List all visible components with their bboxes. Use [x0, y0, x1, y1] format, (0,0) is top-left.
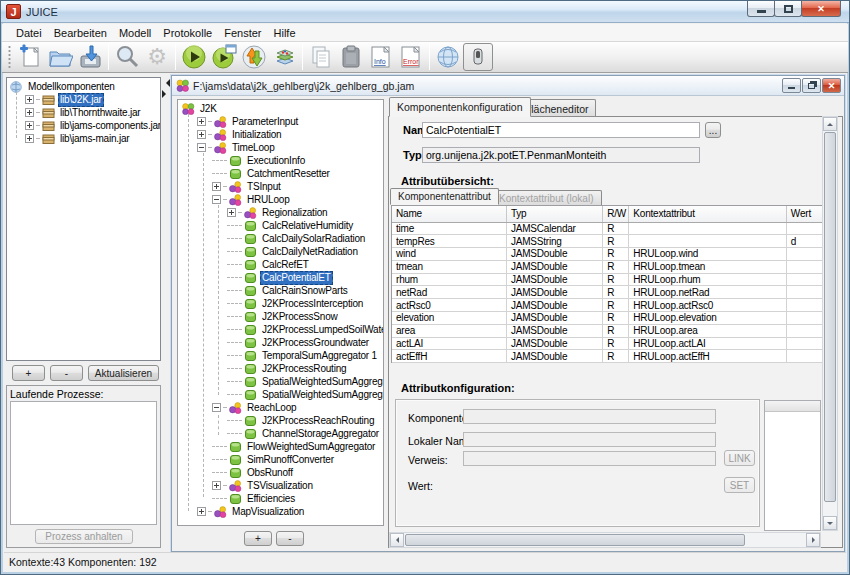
- name-more-button[interactable]: ...: [705, 122, 721, 138]
- table-cell[interactable]: JAMSDouble: [506, 299, 602, 312]
- table-cell[interactable]: [786, 222, 822, 235]
- table-cell[interactable]: tempRes: [392, 235, 506, 248]
- tree-item-j2kprocesslumpedsoilwater[interactable]: J2KProcessLumpedSoilWater: [182, 323, 383, 336]
- tree-item-lib-jams-components-jar[interactable]: lib\jams-components.jar: [10, 119, 160, 132]
- tree-item-j2kprocessgroundwater[interactable]: J2KProcessGroundwater: [182, 336, 383, 349]
- menu-modell[interactable]: Modell: [113, 26, 157, 40]
- error-log-button[interactable]: Error: [396, 43, 426, 71]
- tree-item-mapvisualization[interactable]: MapVisualization: [182, 505, 383, 518]
- tree-item-parameterinput[interactable]: ParameterInput: [182, 115, 383, 128]
- table-cell[interactable]: [786, 350, 822, 363]
- new-model-button[interactable]: [15, 43, 45, 71]
- table-row[interactable]: netRadJAMSDoubleRHRULoop.netRad: [392, 286, 823, 299]
- table-row[interactable]: tmeanJAMSDoubleRHRULoop.tmean: [392, 260, 823, 273]
- table-cell[interactable]: area: [392, 324, 506, 337]
- collapse-icon[interactable]: [197, 143, 206, 152]
- settings-button[interactable]: ⚙: [142, 43, 172, 71]
- expand-icon[interactable]: [25, 121, 34, 130]
- table-cell[interactable]: HRULoop.actEffH: [629, 350, 787, 363]
- table-row[interactable]: timeJAMSCalendarR: [392, 222, 823, 235]
- tab-kontextattribut[interactable]: Kontextattribut (lokal): [491, 190, 602, 205]
- table-cell[interactable]: R: [603, 286, 629, 299]
- table-cell[interactable]: HRULoop.actLAI: [629, 337, 787, 350]
- table-cell[interactable]: R: [603, 273, 629, 286]
- table-cell[interactable]: R: [603, 222, 629, 235]
- table-row[interactable]: rhumJAMSDoubleRHRULoop.rhum: [392, 273, 823, 286]
- run-model-button[interactable]: [179, 43, 209, 71]
- table-row[interactable]: elevationJAMSDoubleRHRULoop.elevation: [392, 312, 823, 325]
- horizontal-scroll-thumb[interactable]: [405, 534, 745, 546]
- tree-item-calcdailynetradiation[interactable]: CalcDailyNetRadiation: [182, 245, 383, 258]
- table-cell[interactable]: [786, 286, 822, 299]
- set-button[interactable]: SET: [724, 477, 755, 493]
- scroll-left-button[interactable]: [390, 533, 404, 547]
- scroll-up-button[interactable]: [823, 117, 837, 131]
- search-button[interactable]: [112, 43, 142, 71]
- expand-icon[interactable]: [197, 117, 206, 126]
- tree-item-calcpotentialet[interactable]: CalcPotentialET: [182, 271, 383, 284]
- paste-button[interactable]: [336, 43, 366, 71]
- table-cell[interactable]: HRULoop.area: [629, 324, 787, 337]
- close-button[interactable]: ✕: [801, 1, 841, 17]
- expand-icon[interactable]: [25, 134, 34, 143]
- menu-fenster[interactable]: Fenster: [218, 26, 267, 40]
- table-cell[interactable]: netRad: [392, 286, 506, 299]
- save-model-button[interactable]: [75, 43, 105, 71]
- table-cell[interactable]: actRsc0: [392, 299, 506, 312]
- column-header-typ[interactable]: Typ: [506, 206, 602, 222]
- table-cell[interactable]: [786, 324, 822, 337]
- table-cell[interactable]: R: [603, 312, 629, 325]
- table-cell[interactable]: [786, 273, 822, 286]
- splitter-collapse-left-icon[interactable]: [162, 79, 170, 87]
- expand-icon[interactable]: [212, 481, 221, 490]
- frame-close-button[interactable]: ✕: [822, 78, 841, 93]
- info-log-button[interactable]: Info: [366, 43, 396, 71]
- tree-item-j2kprocessrouting[interactable]: J2KProcessRouting: [182, 362, 383, 375]
- table-cell[interactable]: JAMSDouble: [506, 286, 602, 299]
- library-refresh-button[interactable]: Aktualisieren: [88, 365, 159, 381]
- table-cell[interactable]: actEffH: [392, 350, 506, 363]
- vertical-scroll-thumb[interactable]: [824, 132, 836, 502]
- model-frame-titlebar[interactable]: F:\jams\data\j2k_gehlberg\j2k_gehlberg_g…: [172, 76, 844, 96]
- expand-icon[interactable]: [197, 507, 206, 516]
- tree-item-executioninfo[interactable]: ExecutionInfo: [182, 154, 383, 167]
- collapse-icon[interactable]: [212, 403, 221, 412]
- expand-icon[interactable]: [25, 108, 34, 117]
- name-input[interactable]: CalcPotentialET: [422, 122, 700, 138]
- table-cell[interactable]: JAMSDouble: [506, 350, 602, 363]
- library-add-button[interactable]: +: [12, 365, 45, 381]
- tree-item-tsinput[interactable]: TSInput: [182, 180, 383, 193]
- splitter-collapse-right-icon[interactable]: [162, 90, 170, 98]
- tree-item-reachloop[interactable]: ReachLoop: [182, 401, 383, 414]
- expand-icon[interactable]: [212, 182, 221, 191]
- vertical-scrollbar[interactable]: [822, 116, 838, 531]
- web-button[interactable]: [433, 43, 463, 71]
- menu-datei[interactable]: Datei: [10, 26, 48, 40]
- scroll-right-button[interactable]: [806, 533, 820, 547]
- tree-item-lib-j2k-jar[interactable]: lib\J2K.jar: [10, 93, 160, 106]
- copy-button[interactable]: [306, 43, 336, 71]
- tree-item-j2k[interactable]: J2K: [182, 102, 383, 115]
- column-header-kontextattribut[interactable]: Kontextattribut: [629, 206, 787, 222]
- table-cell[interactable]: [786, 312, 822, 325]
- horizontal-scrollbar[interactable]: [389, 532, 821, 548]
- tree-item-hruloop[interactable]: HRULoop: [182, 193, 383, 206]
- tree-item-lib-thornthwaite-jar[interactable]: lib\Thornthwaite.jar: [10, 106, 160, 119]
- table-cell[interactable]: JAMSDouble: [506, 248, 602, 261]
- tree-item-lib-jams-main-jar[interactable]: lib\jams-main.jar: [10, 132, 160, 145]
- table-cell[interactable]: rhum: [392, 273, 506, 286]
- tree-item-calcdailysolarradiation[interactable]: CalcDailySolarRadiation: [182, 232, 383, 245]
- tree-item-catchmentresetter[interactable]: CatchmentResetter: [182, 167, 383, 180]
- exit-button[interactable]: [463, 43, 493, 71]
- table-cell[interactable]: time: [392, 222, 506, 235]
- splitter[interactable]: [162, 77, 170, 548]
- running-processes-list[interactable]: [10, 401, 157, 525]
- table-cell[interactable]: HRULoop.netRad: [629, 286, 787, 299]
- typ-field[interactable]: org.unijena.j2k.potET.PenmanMonteith: [422, 147, 700, 163]
- table-cell[interactable]: HRULoop.elevation: [629, 312, 787, 325]
- verweis-field[interactable]: [463, 451, 716, 466]
- collapse-icon[interactable]: [212, 195, 221, 204]
- open-model-button[interactable]: [45, 43, 75, 71]
- tree-item-calcrefet[interactable]: CalcRefET: [182, 258, 383, 271]
- tree-item-simrunoffconverter[interactable]: SimRunoffConverter: [182, 453, 383, 466]
